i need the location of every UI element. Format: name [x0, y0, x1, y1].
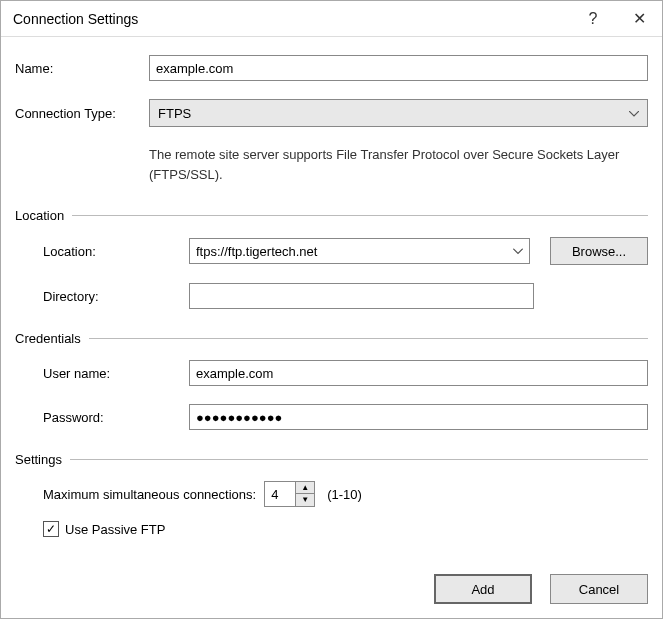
- max-connections-label: Maximum simultaneous connections:: [43, 487, 256, 502]
- password-input[interactable]: [189, 404, 648, 430]
- credentials-group-header: Credentials: [15, 331, 648, 346]
- help-icon: ?: [589, 10, 598, 28]
- chevron-down-icon: [513, 246, 523, 257]
- location-group-label: Location: [15, 208, 64, 223]
- location-group-header: Location: [15, 208, 648, 223]
- settings-group-label: Settings: [15, 452, 62, 467]
- name-label: Name:: [15, 61, 149, 76]
- passive-ftp-checkbox[interactable]: ✓: [43, 521, 59, 537]
- max-connections-range: (1-10): [327, 487, 362, 502]
- directory-label: Directory:: [15, 289, 189, 304]
- add-button[interactable]: Add: [434, 574, 532, 604]
- divider: [89, 338, 648, 339]
- cancel-button[interactable]: Cancel: [550, 574, 648, 604]
- location-combobox[interactable]: ftps://ftp.tigertech.net: [189, 238, 530, 264]
- divider: [72, 215, 648, 216]
- location-value: ftps://ftp.tigertech.net: [196, 244, 317, 259]
- close-button[interactable]: ✕: [616, 1, 662, 37]
- titlebar: Connection Settings ? ✕: [1, 1, 662, 37]
- name-input[interactable]: [149, 55, 648, 81]
- cancel-label: Cancel: [579, 582, 619, 597]
- divider: [70, 459, 648, 460]
- settings-group-header: Settings: [15, 452, 648, 467]
- connection-type-description: The remote site server supports File Tra…: [149, 145, 648, 184]
- triangle-up-icon: ▲: [301, 484, 309, 492]
- max-connections-spinner: ▲ ▼: [264, 481, 315, 507]
- username-input[interactable]: [189, 360, 648, 386]
- add-label: Add: [471, 582, 494, 597]
- close-icon: ✕: [633, 9, 646, 28]
- dialog-content: Name: Connection Type: FTPS The remote s…: [1, 37, 662, 564]
- max-connections-input[interactable]: [264, 481, 296, 507]
- help-button[interactable]: ?: [570, 1, 616, 37]
- triangle-down-icon: ▼: [301, 496, 309, 504]
- check-icon: ✓: [46, 523, 56, 535]
- username-label: User name:: [15, 366, 189, 381]
- location-label: Location:: [15, 244, 189, 259]
- window-title: Connection Settings: [13, 11, 570, 27]
- passive-ftp-label: Use Passive FTP: [65, 522, 165, 537]
- password-label: Password:: [15, 410, 189, 425]
- browse-label: Browse...: [572, 244, 626, 259]
- chevron-down-icon: [629, 107, 639, 119]
- spinner-up-button[interactable]: ▲: [296, 482, 314, 494]
- browse-button[interactable]: Browse...: [550, 237, 648, 265]
- connection-type-select[interactable]: FTPS: [149, 99, 648, 127]
- credentials-group-label: Credentials: [15, 331, 81, 346]
- spinner-down-button[interactable]: ▼: [296, 494, 314, 506]
- dialog-footer: Add Cancel: [1, 564, 662, 618]
- connection-type-value: FTPS: [158, 106, 191, 121]
- connection-type-label: Connection Type:: [15, 106, 149, 121]
- directory-input[interactable]: [189, 283, 534, 309]
